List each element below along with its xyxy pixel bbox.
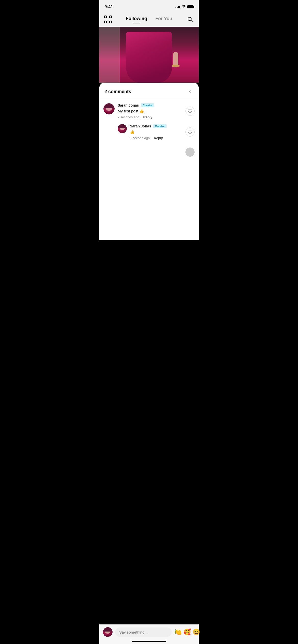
comment-time: 7 seconds ago xyxy=(118,115,139,119)
comment-time: 1 second ago xyxy=(130,136,150,140)
creator-badge: Creator xyxy=(153,124,167,128)
comments-header: 2 comments × xyxy=(99,83,199,99)
svg-rect-1 xyxy=(110,16,112,18)
wifi-icon xyxy=(182,5,186,9)
comment-text: 👍 xyxy=(130,129,182,135)
comment-list: Sarah Jonas Creator My first post 👍 7 se… xyxy=(99,99,199,160)
scroll-area xyxy=(103,145,195,160)
face-id-icon[interactable] xyxy=(103,15,113,24)
avatar xyxy=(103,103,115,114)
comments-sheet: 2 comments × Sarah Jonas Creator My firs… xyxy=(99,83,199,240)
comment-item: Sarah Jonas Creator My first post 👍 7 se… xyxy=(103,103,195,119)
comment-actions: 1 second ago Reply xyxy=(130,136,182,140)
signal-icon xyxy=(175,5,180,8)
battery-icon xyxy=(187,5,194,8)
comments-count: 2 comments xyxy=(104,89,131,94)
comment-username: Sarah Jonas xyxy=(130,124,151,128)
svg-point-5 xyxy=(109,18,110,19)
comment-meta: Sarah Jonas Creator xyxy=(118,103,182,107)
top-nav: Following For You xyxy=(99,13,199,27)
comment-text: My first post 👍 xyxy=(118,108,182,114)
comment-username: Sarah Jonas xyxy=(118,103,139,107)
nav-tabs: Following For You xyxy=(126,16,172,22)
like-comment-button[interactable] xyxy=(185,107,195,116)
like-reply-button[interactable] xyxy=(185,127,195,137)
video-preview xyxy=(99,27,199,83)
tab-for-you[interactable]: For You xyxy=(155,16,172,22)
reply-comment: Sarah Jonas Creator 👍 1 second ago Reply xyxy=(118,124,195,140)
avatar xyxy=(118,124,127,133)
svg-rect-0 xyxy=(104,16,106,18)
status-time: 9:41 xyxy=(104,4,113,9)
search-button[interactable] xyxy=(185,15,195,24)
comment-body: Sarah Jonas Creator My first post 👍 7 se… xyxy=(118,103,182,119)
svg-rect-2 xyxy=(104,21,106,23)
svg-line-7 xyxy=(191,20,193,22)
status-bar: 9:41 xyxy=(99,0,199,13)
status-icons xyxy=(175,5,194,9)
creator-badge: Creator xyxy=(141,103,154,107)
comment-meta: Sarah Jonas Creator xyxy=(130,124,182,128)
comment-actions: 7 seconds ago Reply xyxy=(118,115,182,119)
scroll-indicator xyxy=(185,148,195,157)
reply-button[interactable]: Reply xyxy=(154,136,163,140)
svg-point-4 xyxy=(107,18,107,19)
svg-rect-3 xyxy=(110,21,112,23)
reply-button[interactable]: Reply xyxy=(143,115,152,119)
comment-body: Sarah Jonas Creator 👍 1 second ago Reply xyxy=(130,124,182,140)
close-button[interactable]: × xyxy=(186,88,194,95)
tab-following[interactable]: Following xyxy=(126,16,147,22)
